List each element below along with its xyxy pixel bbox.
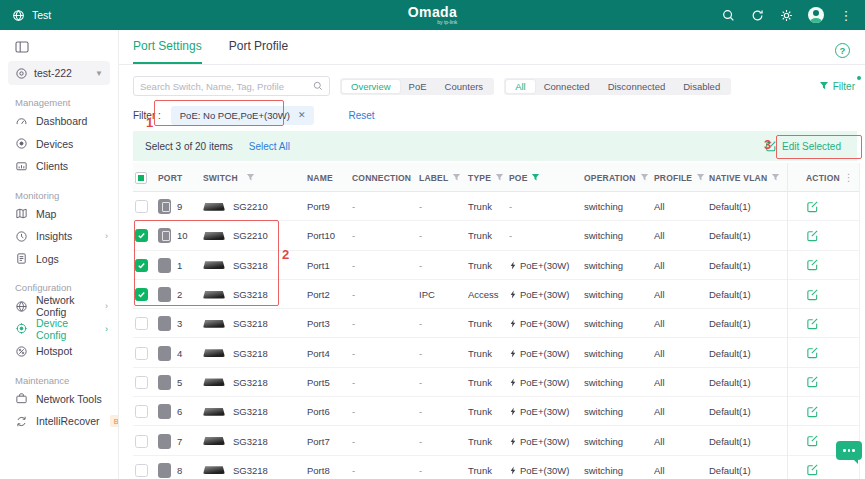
lightning-bolt-icon	[509, 406, 517, 417]
cell-operation: switching	[574, 192, 646, 221]
tab-divider	[119, 64, 865, 65]
clients-icon	[15, 160, 28, 173]
row-checkbox[interactable]	[135, 229, 148, 242]
switch-model: SG3218	[233, 348, 268, 359]
switch-model: SG3218	[233, 318, 268, 329]
column-label: POE	[509, 173, 528, 183]
cell-port: 8	[155, 456, 201, 479]
row-checkbox[interactable]	[135, 405, 148, 418]
sidebar-item-clients[interactable]: Clients	[0, 155, 118, 178]
segment-option-poe[interactable]: PoE	[400, 80, 436, 93]
site-selector[interactable]: test-222 ▼	[8, 61, 110, 85]
segment-option-disconnected[interactable]: Disconnected	[599, 80, 675, 93]
row-checkbox[interactable]	[135, 435, 148, 448]
more-menu-icon[interactable]: ⋮	[839, 8, 853, 22]
lightning-bolt-icon	[509, 465, 517, 476]
help-icon[interactable]: ?	[835, 43, 850, 58]
poe-filter-chip[interactable]: PoE: No POE,PoE+(30W) ✕	[171, 106, 315, 125]
cell-poe: PoE+(30W)	[504, 368, 574, 397]
column-header-label: LABEL	[411, 163, 458, 192]
edit-port-button[interactable]	[806, 434, 820, 448]
sidebar-item-label: Device Config	[36, 317, 97, 341]
row-checkbox[interactable]	[135, 200, 148, 213]
edit-port-button[interactable]	[806, 288, 820, 302]
lightning-bolt-icon	[509, 377, 517, 388]
row-checkbox[interactable]	[135, 288, 148, 301]
switch-model: SG2210	[233, 201, 268, 212]
row-checkbox[interactable]	[135, 376, 148, 389]
segment-option-disabled[interactable]: Disabled	[674, 80, 729, 93]
sidebar-item-network-tools[interactable]: Network Tools	[0, 388, 118, 411]
chip-close-icon[interactable]: ✕	[298, 110, 306, 120]
port-number: 3	[177, 318, 182, 329]
row-checkbox[interactable]	[135, 464, 148, 477]
sidebar-item-dashboard[interactable]: Dashboard	[0, 110, 118, 133]
search-icon[interactable]	[721, 8, 735, 22]
cell-action	[787, 338, 860, 367]
edit-port-button[interactable]	[806, 317, 820, 331]
switch-device-image	[203, 203, 225, 211]
segment-option-counters[interactable]: Counters	[436, 80, 493, 93]
cell-native-vlan: Default(1)	[701, 456, 787, 479]
sidebar-item-device-config[interactable]: Device Config›	[0, 318, 118, 341]
cell-action	[787, 309, 860, 338]
sidebar-item-map[interactable]: Map	[0, 203, 118, 226]
segment-option-overview[interactable]: Overview	[342, 80, 400, 93]
row-checkbox[interactable]	[135, 259, 148, 272]
sidebar-item-devices[interactable]: Devices	[0, 133, 118, 156]
tab-port-settings[interactable]: Port Settings	[133, 39, 202, 64]
column-label: LABEL	[419, 173, 448, 183]
search-input[interactable]	[140, 81, 313, 92]
tab-port-profile[interactable]: Port Profile	[229, 39, 288, 64]
cell-switch: SG3218	[201, 456, 301, 479]
chat-feedback-button[interactable]	[836, 441, 862, 460]
sidebar-section-configuration: Configuration	[15, 282, 118, 293]
filter-button[interactable]: Filter	[819, 81, 857, 92]
cell-profile: All	[646, 192, 701, 221]
sidebar-item-insights[interactable]: Insights›	[0, 225, 118, 248]
edit-port-button[interactable]	[806, 229, 820, 243]
column-filter-icon-switch[interactable]	[246, 173, 255, 182]
segment-option-connected[interactable]: Connected	[535, 80, 599, 93]
cell-name: Port2	[301, 280, 347, 309]
sidebar: test-222 ▼ ManagementDashboardDevicesCli…	[0, 30, 119, 479]
cell-select	[133, 309, 155, 338]
lightning-bolt-icon	[509, 436, 517, 447]
column-settings-icon[interactable]: ⋮	[844, 172, 854, 183]
edit-port-button[interactable]	[806, 375, 820, 389]
edit-selected-button[interactable]: Edit Selected	[765, 140, 841, 152]
row-checkbox[interactable]	[135, 317, 148, 330]
edit-port-button[interactable]	[806, 258, 820, 272]
reset-filters-link[interactable]: Reset	[348, 110, 374, 121]
column-label: PORT	[158, 173, 182, 183]
select-all-link[interactable]: Select All	[249, 141, 290, 152]
sidebar-item-logs[interactable]: Logs	[0, 248, 118, 271]
select-all-checkbox[interactable]	[135, 172, 147, 184]
user-avatar[interactable]	[808, 7, 824, 23]
edit-port-button[interactable]	[806, 463, 820, 477]
insights-icon	[15, 230, 28, 243]
column-filter-icon-type[interactable]	[495, 173, 504, 182]
port-icon	[158, 316, 171, 331]
edit-port-button[interactable]	[806, 346, 820, 360]
cell-name: Port3	[301, 309, 347, 338]
column-filter-icon-native_vlan[interactable]	[771, 173, 780, 182]
sidebar-item-intellirecover[interactable]: IntelliRecoverBETA	[0, 410, 118, 433]
row-checkbox[interactable]	[135, 347, 148, 360]
sidebar-collapse-icon[interactable]	[15, 41, 29, 53]
tab-bar: Port SettingsPort Profile	[133, 39, 288, 64]
cell-native-vlan: Default(1)	[701, 368, 787, 397]
edit-port-button[interactable]	[806, 200, 820, 214]
edit-port-button[interactable]	[806, 405, 820, 419]
settings-icon[interactable]	[779, 8, 793, 22]
sidebar-item-hotspot[interactable]: Hotspot	[0, 340, 118, 363]
port-number: 7	[177, 436, 182, 447]
cell-operation: switching	[574, 309, 646, 338]
refresh-icon[interactable]	[750, 8, 764, 22]
port-number: 4	[177, 348, 182, 359]
segment-option-all[interactable]: All	[506, 80, 535, 93]
cell-label: -	[411, 338, 458, 367]
column-filter-icon-poe[interactable]	[531, 173, 540, 182]
sidebar-item-network-config[interactable]: Network Config›	[0, 295, 118, 318]
controller-menu[interactable]: Test	[12, 9, 51, 22]
